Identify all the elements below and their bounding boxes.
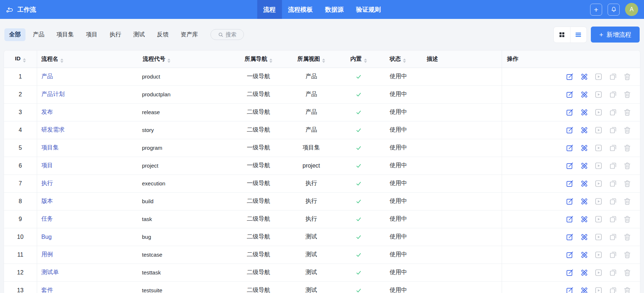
copy-icon[interactable] xyxy=(609,251,617,259)
copy-icon[interactable] xyxy=(609,126,617,134)
nav-tab-2[interactable]: 数据源 xyxy=(319,0,350,19)
column-header-id[interactable]: ID xyxy=(4,51,37,68)
column-header-code[interactable]: 流程代号 xyxy=(138,51,226,68)
design-icon[interactable] xyxy=(580,91,588,99)
flow-name-link[interactable]: 研发需求 xyxy=(42,127,65,133)
execute-icon[interactable] xyxy=(594,126,602,134)
filter-tab-6[interactable]: 反馈 xyxy=(152,28,173,41)
sort-icon[interactable] xyxy=(60,59,63,63)
design-icon[interactable] xyxy=(580,73,588,81)
delete-icon[interactable] xyxy=(623,197,631,205)
search-input[interactable]: 搜索 xyxy=(210,29,244,40)
delete-icon[interactable] xyxy=(623,215,631,223)
delete-icon[interactable] xyxy=(623,73,631,81)
flow-name-link[interactable]: 任务 xyxy=(42,216,53,222)
copy-icon[interactable] xyxy=(609,233,617,241)
execute-icon[interactable] xyxy=(594,162,602,170)
execute-icon[interactable] xyxy=(594,215,602,223)
notification-button[interactable] xyxy=(608,4,620,16)
delete-icon[interactable] xyxy=(623,251,631,259)
column-header-name[interactable]: 流程名 xyxy=(37,51,138,68)
nav-tab-0[interactable]: 流程 xyxy=(257,0,282,19)
design-icon[interactable] xyxy=(580,197,588,205)
flow-name-link[interactable]: 测试单 xyxy=(42,269,59,275)
delete-icon[interactable] xyxy=(623,162,631,170)
filter-tab-1[interactable]: 产品 xyxy=(28,28,49,41)
sort-icon[interactable] xyxy=(269,59,272,63)
execute-icon[interactable] xyxy=(594,197,602,205)
copy-icon[interactable] xyxy=(609,286,617,293)
column-header-nav[interactable]: 所属导航 xyxy=(226,51,291,68)
design-icon[interactable] xyxy=(580,233,588,241)
column-header-builtin[interactable]: 内置 xyxy=(331,51,386,68)
flow-name-link[interactable]: 项目 xyxy=(42,162,53,168)
edit-icon[interactable] xyxy=(566,73,574,81)
copy-icon[interactable] xyxy=(609,269,617,277)
execute-icon[interactable] xyxy=(594,73,602,81)
flow-name-link[interactable]: 版本 xyxy=(42,198,53,204)
nav-tab-3[interactable]: 验证规则 xyxy=(350,0,387,19)
flow-name-link[interactable]: 用例 xyxy=(42,251,53,257)
delete-icon[interactable] xyxy=(623,91,631,99)
delete-icon[interactable] xyxy=(623,108,631,116)
filter-tab-5[interactable]: 测试 xyxy=(129,28,150,41)
execute-icon[interactable] xyxy=(594,91,602,99)
user-avatar[interactable]: A xyxy=(625,3,638,16)
edit-icon[interactable] xyxy=(566,162,574,170)
edit-icon[interactable] xyxy=(566,126,574,134)
design-icon[interactable] xyxy=(580,251,588,259)
delete-icon[interactable] xyxy=(623,144,631,152)
copy-icon[interactable] xyxy=(609,197,617,205)
copy-icon[interactable] xyxy=(609,162,617,170)
design-icon[interactable] xyxy=(580,162,588,170)
execute-icon[interactable] xyxy=(594,251,602,259)
flow-name-link[interactable]: 项目集 xyxy=(42,144,59,150)
execute-icon[interactable] xyxy=(594,180,602,188)
sort-icon[interactable] xyxy=(364,59,367,63)
flow-name-link[interactable]: 产品 xyxy=(42,73,53,79)
sort-icon[interactable] xyxy=(322,59,325,63)
column-header-status[interactable]: 状态 xyxy=(386,51,422,68)
design-icon[interactable] xyxy=(580,108,588,116)
copy-icon[interactable] xyxy=(609,108,617,116)
execute-icon[interactable] xyxy=(594,286,602,293)
edit-icon[interactable] xyxy=(566,286,574,293)
add-button[interactable]: + xyxy=(590,4,602,16)
execute-icon[interactable] xyxy=(594,108,602,116)
flow-name-link[interactable]: 发布 xyxy=(42,109,53,115)
filter-tab-3[interactable]: 项目 xyxy=(81,28,102,41)
edit-icon[interactable] xyxy=(566,269,574,277)
design-icon[interactable] xyxy=(580,180,588,188)
design-icon[interactable] xyxy=(580,144,588,152)
filter-tab-7[interactable]: 资产库 xyxy=(176,28,203,41)
edit-icon[interactable] xyxy=(566,108,574,116)
edit-icon[interactable] xyxy=(566,91,574,99)
design-icon[interactable] xyxy=(580,269,588,277)
edit-icon[interactable] xyxy=(566,180,574,188)
execute-icon[interactable] xyxy=(594,144,602,152)
delete-icon[interactable] xyxy=(623,180,631,188)
delete-icon[interactable] xyxy=(623,269,631,277)
edit-icon[interactable] xyxy=(566,233,574,241)
column-header-view[interactable]: 所属视图 xyxy=(291,51,331,68)
filter-tab-4[interactable]: 执行 xyxy=(105,28,126,41)
copy-icon[interactable] xyxy=(609,144,617,152)
flow-name-link[interactable]: 执行 xyxy=(42,180,53,186)
execute-icon[interactable] xyxy=(594,269,602,277)
sort-icon[interactable] xyxy=(167,59,170,63)
copy-icon[interactable] xyxy=(609,215,617,223)
new-flow-button[interactable]: + 新增流程 xyxy=(591,27,640,43)
design-icon[interactable] xyxy=(580,286,588,293)
flow-name-link[interactable]: 产品计划 xyxy=(42,91,65,97)
delete-icon[interactable] xyxy=(623,286,631,293)
flow-name-link[interactable]: 套件 xyxy=(42,287,53,293)
edit-icon[interactable] xyxy=(566,144,574,152)
sort-icon[interactable] xyxy=(23,58,26,63)
edit-icon[interactable] xyxy=(566,215,574,223)
edit-icon[interactable] xyxy=(566,197,574,205)
list-view-button[interactable] xyxy=(570,27,586,43)
copy-icon[interactable] xyxy=(609,180,617,188)
design-icon[interactable] xyxy=(580,215,588,223)
edit-icon[interactable] xyxy=(566,251,574,259)
copy-icon[interactable] xyxy=(609,73,617,81)
